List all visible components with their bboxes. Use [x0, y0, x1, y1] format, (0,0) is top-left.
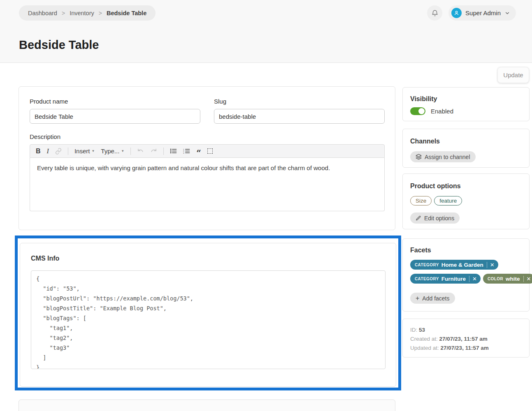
facet-divider [523, 276, 524, 282]
json-line: "tag2", [36, 333, 380, 343]
facet-chip-home-garden: CATEGORY Home & Garden ✕ [410, 260, 498, 270]
name-slug-row: Product name Slug [19, 87, 395, 124]
insert-block-button[interactable] [207, 148, 213, 154]
caret-down-icon: ▼ [91, 149, 95, 153]
bold-button[interactable]: B [36, 148, 41, 155]
channels-title: Channels [410, 138, 529, 145]
insert-dropdown[interactable]: Insert ▼ [74, 148, 95, 155]
edit-options-button[interactable]: Edit options [410, 212, 460, 224]
remove-facet-icon[interactable]: ✕ [472, 276, 477, 282]
id-value: 53 [419, 327, 425, 333]
user-name: Super Admin [465, 9, 501, 16]
italic-button[interactable]: I [47, 148, 49, 155]
cms-info-highlight-box: CMS Info { "id": "53", "blogPostUrl": "h… [15, 236, 401, 390]
notifications-button[interactable] [427, 5, 442, 21]
facets-card: Facets CATEGORY Home & Garden ✕ CATEGORY… [402, 238, 530, 312]
visibility-toggle[interactable] [410, 107, 425, 115]
redo-button[interactable] [150, 148, 157, 155]
breadcrumb-separator-icon: > [99, 10, 102, 16]
blockquote-button[interactable]: “ [196, 148, 201, 155]
meta-rows: ID: 53 Created at: 27/07/23, 11:57 am Up… [403, 319, 529, 353]
slug-input[interactable] [214, 109, 385, 124]
json-line: "blogPostUrl": "https://example.com/blog… [36, 293, 380, 303]
facet-name: CATEGORY [415, 277, 439, 281]
next-section-card [19, 399, 395, 411]
visibility-title: Visibility [410, 95, 529, 103]
product-details-card: Product name Slug Description B I [19, 86, 395, 230]
bullet-list-icon [170, 148, 177, 154]
facets-title: Facets [410, 247, 529, 254]
meta-id-row: ID: 53 [410, 326, 529, 335]
edit-options-label: Edit options [424, 215, 454, 222]
created-at-label: Created at: [410, 336, 438, 342]
link-button[interactable] [55, 148, 62, 155]
cms-info-card: CMS Info { "id": "53", "blogPostUrl": "h… [20, 243, 396, 387]
visibility-card: Visibility Enabled [402, 87, 530, 121]
facet-row: CATEGORY Home & Garden ✕ [410, 260, 529, 270]
update-button[interactable]: Update [497, 67, 529, 83]
add-facets-label: Add facets [422, 295, 449, 302]
description-label: Description [30, 133, 385, 140]
product-name-input[interactable] [30, 109, 200, 124]
remove-facet-icon[interactable]: ✕ [490, 262, 495, 268]
caret-down-icon: ▼ [121, 149, 124, 153]
channels-card: Channels Assign to channel [402, 129, 530, 168]
json-line: "tag1", [36, 323, 380, 333]
product-detail-page: Dashboard > Inventory > Bedside Table Su [0, 0, 532, 411]
cms-info-json-editor[interactable]: { "id": "53", "blogPostUrl": "https://ex… [31, 270, 386, 369]
page-title: Bedside Table [19, 38, 99, 52]
product-options-title: Product options [410, 182, 529, 190]
facet-chip-furniture: CATEGORY Furniture ✕ [410, 274, 481, 284]
toolbar-divider [163, 148, 164, 155]
created-at-value: 27/07/23, 11:57 am [439, 336, 488, 342]
breadcrumb: Dashboard > Inventory > Bedside Table [19, 5, 156, 21]
meta-created-row: Created at: 27/07/23, 11:57 am [410, 335, 529, 344]
updated-at-label: Updated at: [410, 345, 439, 351]
json-line: "blogPostTitle": "Example Blog Post", [36, 303, 380, 313]
svg-text:3: 3 [183, 152, 184, 154]
plus-icon: + [416, 295, 419, 302]
facet-value: Furniture [441, 276, 466, 282]
toolbar-divider [130, 148, 131, 155]
bell-icon [431, 9, 439, 17]
assign-to-channel-button[interactable]: Assign to channel [410, 151, 476, 162]
assign-to-channel-label: Assign to channel [425, 154, 470, 160]
user-menu[interactable]: Super Admin [448, 5, 516, 21]
facet-value: white [506, 276, 520, 282]
json-line: } [36, 363, 380, 369]
option-chip-feature: feature [434, 196, 462, 206]
breadcrumb-inventory[interactable]: Inventory [70, 10, 94, 16]
toolbar-divider [68, 148, 68, 155]
meta-updated-row: Updated at: 27/07/23, 11:57 am [410, 344, 529, 353]
chevron-down-icon [504, 10, 510, 16]
json-line: "tag3" [36, 343, 380, 353]
option-chips: Size feature [410, 196, 529, 206]
product-name-label: Product name [30, 98, 200, 105]
pencil-icon [416, 215, 421, 221]
product-options-card: Product options Size feature Edit option… [402, 173, 530, 229]
add-facets-button[interactable]: + Add facets [410, 293, 455, 304]
type-label: Type... [101, 148, 119, 155]
json-line: { [36, 274, 380, 284]
type-dropdown[interactable]: Type... ▼ [101, 148, 124, 155]
remove-facet-icon[interactable]: ✕ [527, 276, 531, 282]
visibility-toggle-label: Enabled [431, 108, 453, 115]
slug-field-group: Slug [214, 98, 385, 124]
description-field-group: Description B I Insert ▼ [30, 133, 385, 211]
breadcrumb-dashboard[interactable]: Dashboard [28, 10, 57, 16]
undo-button[interactable] [137, 148, 144, 155]
json-line: "blogTags": [ [36, 313, 380, 323]
toggle-knob [418, 108, 425, 114]
facet-value: Home & Garden [441, 262, 483, 268]
description-editor[interactable]: Every table is unique, with varying grai… [30, 158, 385, 211]
option-chip-size: Size [410, 196, 432, 206]
avatar [451, 8, 462, 18]
visibility-toggle-row: Enabled [410, 107, 529, 115]
cms-info-title: CMS Info [31, 255, 396, 262]
dashed-square-icon [207, 148, 213, 154]
ordered-list-button[interactable]: 1 2 3 [183, 148, 190, 154]
updated-at-value: 27/07/23, 11:57 am [441, 345, 489, 351]
facet-name: COLOR [488, 277, 503, 281]
bullet-list-button[interactable] [170, 148, 177, 154]
json-line: "id": "53", [36, 284, 380, 293]
